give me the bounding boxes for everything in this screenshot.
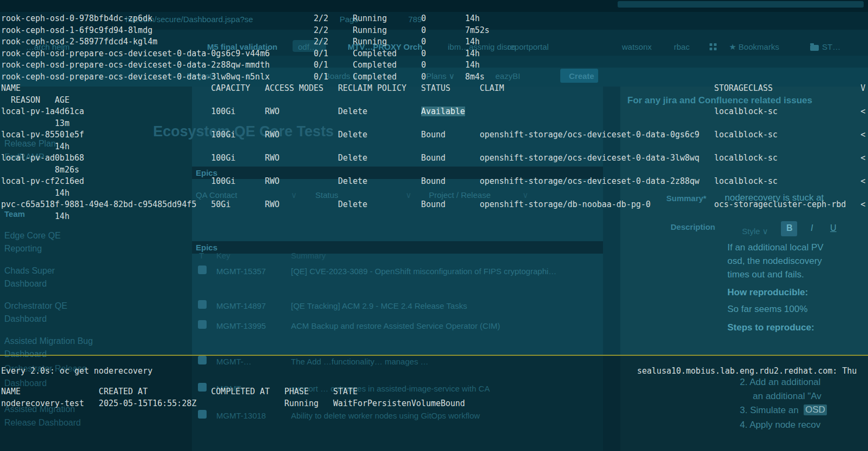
issue-summary[interactable]: Ability to delete worker nodes using Git…: [291, 411, 480, 420]
pv-row-age: 14h: [1, 188, 865, 200]
sidebar-item[interactable]: Edge Core QE: [4, 231, 61, 241]
issue-key[interactable]: MGMT-13995: [216, 321, 266, 330]
description-text: So far seems 100%: [727, 304, 807, 315]
pv-row: local-pv-ad0b1b68100GiRWODeleteBoundopen…: [1, 152, 865, 164]
pod-row: rook-ceph-osd-prepare-ocs-deviceset-0-da…: [1, 59, 865, 71]
sidebar-item[interactable]: Chads Super: [4, 266, 55, 276]
column-header-summary: Summary: [291, 251, 326, 260]
sidebar-item[interactable]: Dashboard: [4, 279, 47, 289]
description-text: osd, the nodediscovery: [727, 256, 822, 267]
pod-row: rook-ceph-osd-1-6f9c9fd94-8lmdg2/2Runnin…: [1, 25, 865, 37]
pv-row: pvc-c65a518f-9881-49e4-82bd-c95485dd94f5…: [1, 199, 865, 211]
description-heading: Steps to reproduce:: [727, 322, 814, 333]
description-step: 3. Simulate an: [740, 405, 799, 416]
pv-row-age: 14h: [1, 211, 865, 223]
description-text: times out and fails.: [727, 269, 804, 280]
sidebar-item[interactable]: Release Dashboard: [4, 418, 81, 428]
terminal-pane-divider[interactable]: [0, 355, 868, 356]
pod-row: rook-ceph-osd-prepare-ocs-deviceset-0-da…: [1, 71, 865, 83]
pv-row: local-pv-85501e5f100GiRWODeleteBoundopen…: [1, 129, 865, 141]
issue-summary[interactable]: The Add …functionality… manages …: [291, 357, 428, 366]
description-step-highlight: OSD: [804, 404, 827, 415]
issue-key[interactable]: MGMT-14897: [216, 301, 266, 310]
watch-row: noderecovery-test2025-05-15T16:55:28ZRun…: [1, 398, 465, 410]
description-step: 2. Add an additional: [740, 377, 820, 388]
issue-key[interactable]: MGMT-…: [216, 357, 251, 366]
watch-header-row: NAMECREATED ATCOMPLETED ATPHASESTATE: [1, 386, 465, 398]
issue-key[interactable]: MGMT-15357: [216, 267, 266, 276]
sidebar-item[interactable]: Dashboard: [4, 314, 47, 324]
issue-summary[interactable]: ACM Backup and restore Assisted Service …: [291, 321, 500, 330]
pv-row-age: 14h: [1, 141, 865, 153]
column-header-key: Key: [216, 251, 230, 260]
screen: hat.com/secure/Dashboard.jspa?sePage789……: [0, 0, 868, 451]
sidebar-item[interactable]: Orchestrator QE: [4, 301, 67, 311]
bold-button-label[interactable]: B: [786, 223, 793, 233]
pv-row: local-pv-1a4d61ca100GiRWODeleteAvailable…: [1, 106, 865, 118]
pod-row: rook-ceph-osd-0-978bfb4dc-zp6dk2/2Runnin…: [1, 13, 865, 25]
pv-row-age: 13m: [1, 118, 865, 130]
description-step: an additional "Av: [753, 391, 821, 402]
sidebar-item[interactable]: Dashboard: [4, 349, 47, 359]
issue-summary[interactable]: [QE] CVE-2023-3089 - OpenShift misconfig…: [291, 267, 556, 276]
underline-button[interactable]: U: [830, 223, 837, 233]
pod-row: rook-ceph-osd-2-58977fdcd4-kgl4m2/2Runni…: [1, 36, 865, 48]
pv-row-age: 8m26s: [1, 164, 865, 176]
issue-summary[interactable]: [QE Tracking] ACM 2.9 - MCE 2.4 Release …: [291, 301, 467, 310]
description-heading: How reproducible:: [727, 287, 808, 298]
column-header-type: T: [199, 251, 204, 260]
terminal-upper-pane[interactable]: rook-ceph-osd-0-978bfb4dc-zp6dk2/2Runnin…: [1, 13, 865, 222]
watch-table[interactable]: NAMECREATED ATCOMPLETED ATPHASESTATEnode…: [1, 386, 465, 409]
sidebar-item[interactable]: Assisted Migration Bug: [4, 336, 93, 346]
pv-header-row: NAMECAPACITYACCESS MODESRECLAIM POLICYST…: [1, 83, 865, 95]
pv-row: local-pv-cf2c16ed100GiRWODeleteBoundopen…: [1, 176, 865, 188]
pod-row: rook-ceph-osd-prepare-ocs-deviceset-0-da…: [1, 48, 865, 60]
issue-key[interactable]: MGMT-13018: [216, 411, 266, 420]
pv-header-wrap: REASON AGE: [1, 95, 865, 107]
field-label-description: Description: [671, 222, 715, 231]
description-step: 4. Apply node recov: [740, 420, 820, 430]
description-text: If an additional local PV: [727, 242, 824, 253]
sidebar-item[interactable]: Reporting: [4, 244, 42, 254]
editor-style-dropdown[interactable]: Style ∨: [742, 227, 768, 236]
watch-host-line: sealusa10.mobius.lab.eng.rdu2.redhat.com…: [637, 366, 857, 377]
watch-command-line: Every 2.0s: oc get noderecovery: [1, 366, 153, 377]
italic-button[interactable]: I: [811, 223, 813, 233]
